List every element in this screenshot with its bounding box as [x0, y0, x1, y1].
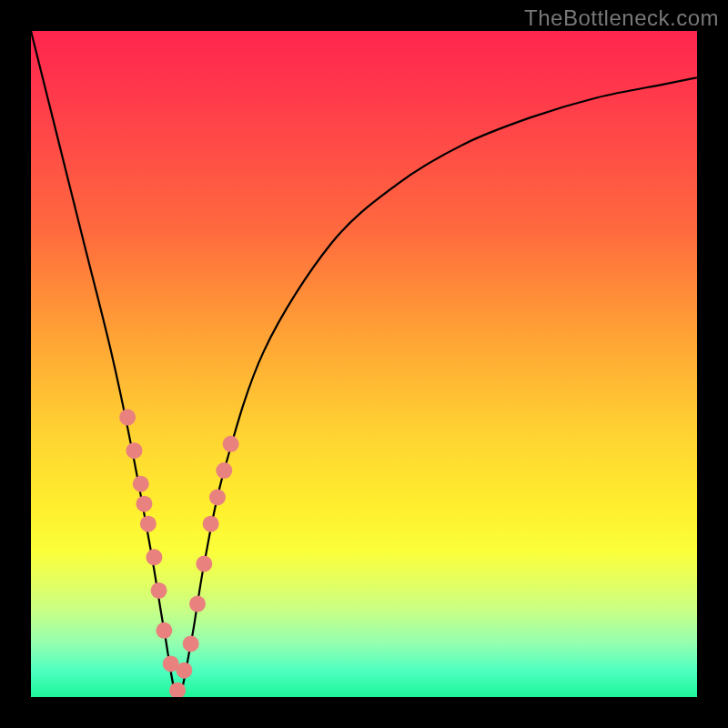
plot-area — [31, 31, 697, 697]
data-point — [183, 635, 199, 652]
data-point — [156, 622, 172, 639]
data-point — [209, 489, 226, 505]
data-point — [216, 462, 232, 479]
data-point — [119, 410, 136, 426]
data-point — [126, 442, 142, 459]
data-point — [223, 436, 239, 452]
data-point — [133, 476, 149, 492]
watermark-text: TheBottleneck.com — [524, 5, 719, 31]
curve-layer — [31, 31, 697, 697]
data-point — [136, 496, 152, 512]
data-point — [176, 662, 192, 679]
data-point — [146, 549, 162, 565]
data-point — [151, 582, 167, 599]
data-point — [196, 556, 212, 572]
chart-frame: TheBottleneck.com — [0, 0, 728, 728]
data-point — [189, 596, 206, 612]
dot-layer — [119, 410, 238, 697]
chart-svg — [31, 31, 697, 697]
data-point — [203, 516, 219, 532]
data-point — [140, 516, 157, 532]
bottleneck-curve — [31, 31, 697, 697]
